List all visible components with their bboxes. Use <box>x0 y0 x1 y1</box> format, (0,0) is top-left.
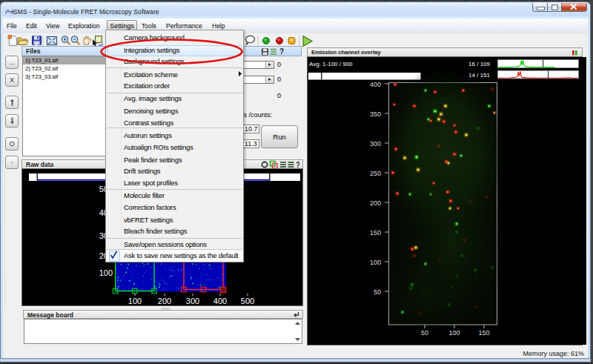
svg-text:300: 300 <box>186 297 199 305</box>
svg-text:100: 100 <box>448 329 460 337</box>
svg-text:50: 50 <box>374 288 381 296</box>
svg-text:100: 100 <box>99 268 113 277</box>
svg-text:Avg. 1-100 / 900: Avg. 1-100 / 900 <box>309 61 353 67</box>
svg-text:16 / 109: 16 / 109 <box>468 61 490 67</box>
svg-text:350: 350 <box>370 110 381 118</box>
svg-text:400: 400 <box>213 297 227 305</box>
svg-text:300: 300 <box>370 140 381 148</box>
svg-text:200: 200 <box>158 297 171 305</box>
svg-text:?: ? <box>279 47 284 56</box>
svg-text:50: 50 <box>421 329 428 337</box>
svg-text:150: 150 <box>370 229 381 236</box>
svg-text:100: 100 <box>370 259 381 266</box>
svg-text:500: 500 <box>241 297 254 305</box>
svg-text:200: 200 <box>370 199 381 207</box>
svg-text:100: 100 <box>128 297 142 305</box>
svg-text:400: 400 <box>370 81 381 88</box>
svg-text:250: 250 <box>370 170 381 177</box>
svg-text:150: 150 <box>478 329 489 337</box>
